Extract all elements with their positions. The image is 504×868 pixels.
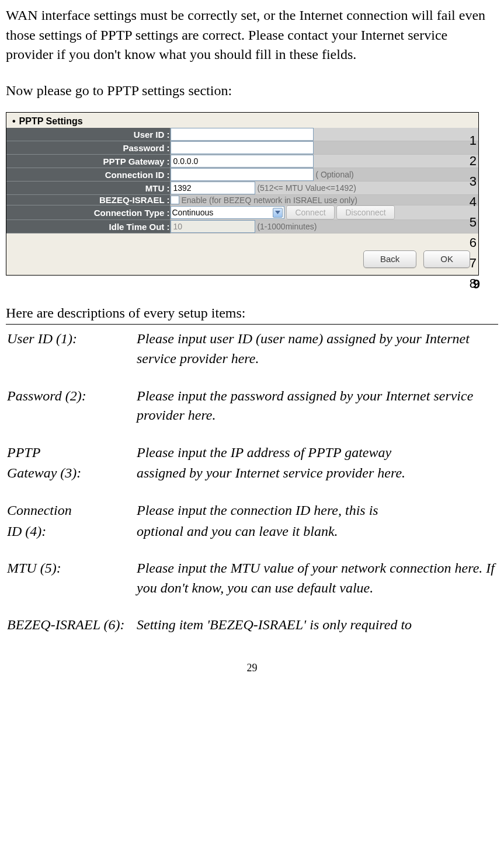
disconnect-button[interactable]: Disconnect <box>336 205 394 219</box>
label-connection-type: Connection Type : <box>6 205 170 220</box>
section-lead: Now please go to PPTP settings section: <box>6 81 498 101</box>
desc-label-bezeq: BEZEQ-ISRAEL (6): <box>7 615 135 635</box>
label-connection-id: Connection ID : <box>6 168 170 182</box>
idle-timeout-input[interactable] <box>171 220 255 233</box>
gateway-input[interactable] <box>171 155 314 168</box>
desc-label-mtu: MTU (5): <box>7 559 135 614</box>
connect-button[interactable]: Connect <box>286 205 334 219</box>
desc-text-mtu: Please input the MTU value of your netwo… <box>137 559 497 614</box>
label-bezeq: BEZEQ-ISRAEL : <box>6 195 170 205</box>
mtu-input[interactable] <box>171 182 255 194</box>
callout-7: 7 <box>470 256 477 271</box>
label-gateway: PPTP Gateway : <box>6 155 170 168</box>
screenshot-wrapper: •PPTP Settings User ID : Password : PPTP… <box>6 112 479 276</box>
desc-text-connid-1: Please input the connection ID here, thi… <box>137 501 497 521</box>
panel-title: PPTP Settings <box>19 116 83 126</box>
intro-paragraph: WAN interface settings must be correctly… <box>6 6 498 65</box>
callout-3: 3 <box>470 174 477 189</box>
button-bar: Back OK <box>6 233 478 275</box>
desc-text-userid: Please input user ID (user name) assigne… <box>137 329 497 385</box>
descriptions-table: User ID (1): Please input user ID (user … <box>6 328 498 636</box>
callout-4: 4 <box>470 194 477 210</box>
divider <box>6 324 498 325</box>
mtu-hint: (512<= MTU Value<=1492) <box>257 183 356 193</box>
descriptions-lead: Here are descriptions of every setup ite… <box>6 304 498 323</box>
desc-label-userid: User ID (1): <box>7 329 135 385</box>
callout-9: 9 <box>473 277 480 292</box>
back-button[interactable]: Back <box>363 250 416 268</box>
label-password: Password : <box>6 141 170 155</box>
desc-text-password: Please input the password assigned by yo… <box>137 386 497 442</box>
idle-hint: (1-1000minutes) <box>257 222 317 231</box>
page-number: 29 <box>6 662 498 674</box>
desc-text-gateway-1: Please input the IP address of PPTP gate… <box>137 443 497 463</box>
connection-type-selected: Continuous <box>172 208 214 217</box>
connection-id-input[interactable] <box>171 168 314 181</box>
callout-6: 6 <box>470 235 477 250</box>
connection-type-select[interactable]: Continuous <box>171 206 284 219</box>
label-idle-timeout: Idle Time Out : <box>6 220 170 233</box>
pptp-settings-panel: •PPTP Settings User ID : Password : PPTP… <box>6 112 479 276</box>
desc-text-bezeq: Setting item 'BEZEQ-ISRAEL' is only requ… <box>137 615 497 635</box>
callout-5: 5 <box>470 215 477 230</box>
desc-label-connid-1: Connection <box>7 501 135 521</box>
desc-label-gateway-1: PPTP <box>7 443 135 463</box>
callout-1: 1 <box>470 133 477 148</box>
chevron-down-icon <box>273 208 283 218</box>
label-user-id: User ID : <box>6 128 170 141</box>
svg-marker-0 <box>275 211 280 214</box>
bezeq-checkbox[interactable] <box>171 196 179 204</box>
label-mtu: MTU : <box>6 182 170 195</box>
connection-id-hint: ( Optional) <box>315 170 353 179</box>
panel-header: •PPTP Settings <box>6 113 478 128</box>
desc-label-gateway-2: Gateway (3): <box>7 463 135 500</box>
ok-button[interactable]: OK <box>423 250 470 268</box>
bezeq-hint: Enable (for BEZEQ network in ISRAEL use … <box>182 196 357 205</box>
bullet-icon: • <box>12 116 16 126</box>
config-table: User ID : Password : PPTP Gateway : Conn… <box>6 128 478 233</box>
password-input[interactable] <box>171 141 314 154</box>
desc-label-connid-2: ID (4): <box>7 522 135 558</box>
desc-label-password: Password (2): <box>7 386 135 442</box>
callout-2: 2 <box>470 154 477 169</box>
desc-text-gateway-2: assigned by your Internet service provid… <box>137 463 497 500</box>
desc-text-connid-2: optional and you can leave it blank. <box>137 522 497 558</box>
user-id-input[interactable] <box>171 128 314 141</box>
